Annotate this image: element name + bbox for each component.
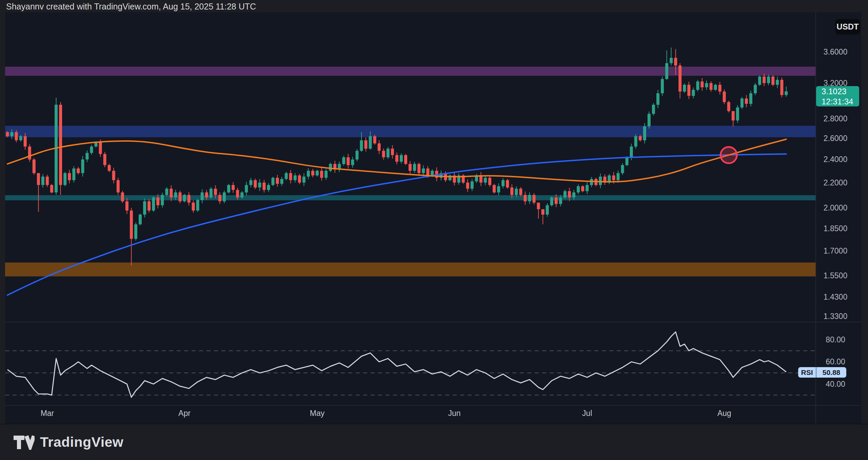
candle	[311, 169, 314, 177]
candle	[546, 203, 549, 217]
candle	[599, 174, 602, 188]
candle	[254, 179, 257, 189]
candle	[462, 174, 465, 184]
candle	[55, 98, 58, 195]
candle	[373, 135, 376, 145]
candle	[457, 173, 460, 185]
candle	[723, 89, 726, 104]
candle	[192, 201, 195, 213]
candle	[272, 177, 275, 186]
candle	[232, 182, 235, 193]
candle	[648, 112, 651, 129]
rsi-indicator-badge[interactable]: RSI 50.88	[798, 367, 846, 378]
chart-canvas[interactable]	[0, 0, 868, 460]
support-zone-orange	[5, 262, 816, 276]
candle	[524, 192, 527, 205]
candle	[72, 166, 75, 183]
candle	[400, 153, 403, 164]
rsi-line	[7, 332, 786, 397]
candle	[147, 199, 151, 213]
candle	[338, 162, 341, 172]
candle	[550, 196, 553, 207]
candle	[391, 145, 394, 158]
candle	[727, 101, 730, 113]
candle	[117, 178, 120, 195]
candle	[409, 161, 412, 174]
candle	[351, 157, 354, 168]
candle	[687, 82, 690, 99]
candle	[652, 103, 655, 115]
candle	[501, 178, 505, 188]
candle	[732, 111, 735, 126]
candle	[718, 82, 722, 95]
candle	[705, 80, 708, 90]
candle	[745, 95, 748, 107]
candle	[134, 222, 137, 241]
candle	[81, 156, 84, 177]
candle	[179, 191, 182, 203]
candle	[714, 84, 717, 91]
candle	[201, 189, 204, 203]
candle	[670, 47, 673, 65]
candle	[475, 174, 478, 183]
candle	[280, 177, 283, 186]
tradingview-wordmark: TradingView	[40, 434, 123, 450]
candle	[285, 172, 288, 180]
candle	[528, 192, 531, 204]
candle	[771, 75, 774, 86]
candle	[449, 174, 452, 181]
candle	[519, 187, 522, 197]
candle	[537, 203, 540, 219]
candle	[387, 147, 390, 159]
candle	[417, 163, 420, 175]
last-price-badge: 3.1023 12:31:34	[816, 86, 859, 106]
candle	[152, 196, 155, 212]
quote-currency-badge: USDT	[835, 19, 860, 35]
candle	[316, 170, 319, 177]
candle	[161, 193, 164, 208]
footer-bar: TradingView	[0, 424, 868, 460]
candle	[404, 154, 407, 165]
candle	[488, 176, 491, 187]
candle	[692, 87, 695, 98]
candle	[130, 208, 133, 265]
candle	[696, 80, 699, 92]
candle	[210, 187, 213, 199]
candle	[90, 145, 93, 155]
candle	[329, 163, 332, 172]
candle	[767, 75, 770, 85]
candle	[701, 78, 704, 91]
candle	[112, 168, 115, 184]
candle	[471, 179, 474, 191]
candle	[395, 153, 398, 164]
candle	[621, 163, 624, 175]
candle	[320, 168, 323, 181]
candle	[50, 184, 53, 194]
candle	[758, 76, 761, 86]
candle	[484, 175, 487, 185]
candle	[223, 191, 226, 203]
candle	[466, 179, 469, 192]
resistance-zone-purple	[5, 67, 816, 76]
candle	[342, 156, 345, 165]
candle	[506, 179, 509, 189]
candle	[364, 137, 368, 152]
candle	[302, 173, 305, 186]
tradingview-logo-icon	[13, 435, 35, 450]
candle	[780, 78, 783, 98]
candle	[262, 180, 265, 193]
candle	[276, 175, 279, 187]
candle	[439, 171, 442, 181]
resistance-zone-blue	[5, 126, 816, 137]
candle	[249, 178, 252, 187]
candle	[533, 193, 536, 205]
candle	[77, 167, 80, 175]
candle	[754, 83, 757, 95]
candle	[85, 150, 88, 162]
candle	[267, 183, 270, 192]
candle	[749, 91, 752, 106]
candle	[453, 173, 456, 185]
candle	[37, 173, 40, 212]
candle	[347, 154, 350, 168]
candle	[28, 144, 31, 162]
